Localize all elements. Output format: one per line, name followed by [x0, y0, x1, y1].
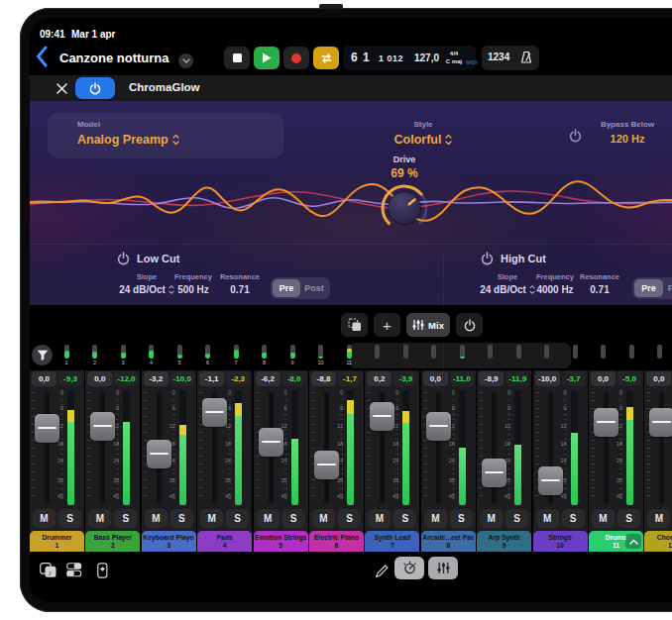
low-cut-post-button[interactable]: Post — [300, 279, 328, 297]
mute-button[interactable]: M — [33, 509, 56, 528]
solo-button[interactable]: S — [282, 509, 305, 528]
mute-button[interactable]: M — [200, 509, 223, 528]
fader-handle[interactable] — [147, 440, 171, 468]
browser-button[interactable] — [66, 563, 82, 577]
mute-button[interactable]: M — [647, 509, 670, 528]
mixer-view-button[interactable] — [428, 557, 458, 579]
loop-browser-button[interactable]: ♪ — [40, 563, 57, 578]
overview-meter-13[interactable] — [403, 345, 408, 359]
overview-meter-1[interactable] — [64, 345, 69, 359]
pan-value[interactable]: 0,2 — [367, 371, 392, 386]
pan-value[interactable]: 0,0 — [591, 371, 616, 386]
filter-button[interactable] — [32, 345, 53, 365]
overview-meter-19[interactable] — [573, 345, 578, 359]
track-name-band[interactable]: Emotion Strings5 — [254, 531, 308, 552]
high-cut-pre-button[interactable]: Pre — [634, 279, 663, 297]
fader-handle[interactable] — [90, 412, 115, 441]
volume-value[interactable]: -9,3 — [58, 371, 82, 386]
fader-handle[interactable] — [259, 428, 283, 457]
solo-button[interactable]: S — [393, 509, 416, 528]
mute-button[interactable]: M — [257, 509, 280, 528]
low-cut-power-icon[interactable] — [117, 252, 130, 265]
record-button[interactable] — [283, 47, 309, 69]
model-selector[interactable]: Model Analog Preamp — [48, 113, 283, 158]
overview-meter-9[interactable] — [290, 345, 295, 359]
mute-button[interactable]: M — [592, 509, 615, 528]
overview-meter-6[interactable] — [205, 345, 210, 359]
overview-meter-12[interactable] — [375, 345, 380, 359]
track-name-band[interactable]: Strings10 — [533, 531, 588, 552]
solo-button[interactable]: S — [226, 509, 249, 528]
solo-button[interactable]: S — [58, 509, 81, 528]
solo-button[interactable]: S — [505, 509, 528, 528]
plugin-power-button[interactable] — [75, 77, 115, 99]
pan-value[interactable]: 0,0 — [423, 371, 448, 386]
pan-value[interactable]: -10,0 — [535, 371, 560, 386]
overview-meter-21[interactable] — [629, 345, 634, 359]
volume-value[interactable]: -12,0 — [114, 371, 138, 386]
track-name-band[interactable]: Pads4 — [197, 531, 252, 552]
track-name-band[interactable]: Synth Lead7 — [365, 531, 419, 552]
metronome-button[interactable] — [518, 50, 534, 65]
volume-value[interactable]: -2,3 — [226, 371, 250, 386]
overview-meter-18[interactable] — [544, 345, 549, 359]
overview-meter-20[interactable] — [601, 345, 606, 359]
fader-handle[interactable] — [594, 408, 618, 437]
low-cut-pre-button[interactable]: Pre — [273, 279, 300, 297]
play-button[interactable] — [254, 47, 280, 69]
track-name-band[interactable]: Drums11 — [589, 531, 643, 552]
track-name-band[interactable]: Bass Player2 — [85, 531, 140, 552]
track-name-band[interactable]: Arcade...eet Pad8 — [421, 531, 476, 552]
count-in-button[interactable]: 1234 — [488, 52, 509, 62]
mute-button[interactable]: M — [145, 509, 168, 528]
bypass-below-value[interactable]: 120 Hz — [593, 133, 662, 145]
pan-value[interactable]: -6,2 — [256, 371, 280, 386]
fader-handle[interactable] — [482, 459, 506, 487]
volume-value[interactable]: -1,7 — [338, 371, 362, 386]
style-selector[interactable]: Colorful — [379, 133, 468, 147]
mixer-overview-strip[interactable]: 1234567891011 — [30, 343, 672, 369]
high-cut-post-button[interactable]: Post — [663, 279, 672, 297]
track-name-band[interactable]: Chorus V12 — [644, 531, 672, 552]
solo-button[interactable]: S — [170, 509, 193, 528]
overview-meter-4[interactable] — [149, 345, 154, 359]
track-name-band[interactable]: Drummer1 — [30, 531, 84, 552]
pan-value[interactable]: 0,0 — [32, 371, 56, 386]
pan-value[interactable]: -8,8 — [311, 371, 336, 386]
mute-button[interactable]: M — [480, 509, 503, 528]
volume-value[interactable]: -3,7 — [562, 371, 586, 386]
overview-meter-8[interactable] — [262, 345, 267, 359]
volume-value[interactable]: -3,9 — [393, 371, 417, 386]
track-name-band[interactable]: Keyboard Player3 — [142, 531, 196, 552]
fader-handle[interactable] — [649, 408, 672, 437]
fader-handle[interactable] — [426, 412, 451, 441]
volume-value[interactable]: -11,9 — [505, 371, 529, 386]
mute-button[interactable]: M — [312, 509, 335, 528]
overview-meter-16[interactable] — [488, 345, 493, 359]
solo-button[interactable]: S — [338, 509, 361, 528]
volume-value[interactable]: -10,0 — [170, 371, 194, 386]
song-menu-button[interactable] — [178, 53, 193, 68]
mute-button[interactable]: M — [88, 509, 111, 528]
bypass-power-icon[interactable] — [569, 129, 582, 143]
duplicate-button[interactable] — [341, 313, 368, 337]
fader-handle[interactable] — [370, 402, 394, 431]
mute-button[interactable]: M — [368, 509, 391, 528]
drive-knob[interactable] — [379, 182, 430, 234]
overview-meter-17[interactable] — [516, 345, 521, 359]
solo-button[interactable]: S — [114, 509, 137, 528]
high-cut-resonance-value[interactable]: 0.71 — [570, 284, 629, 295]
overview-meter-3[interactable] — [121, 345, 126, 359]
overview-meter-22[interactable] — [657, 345, 662, 359]
overview-meter-14[interactable] — [431, 345, 436, 359]
lcd-display[interactable]: 6 1 1 012 127,0 4/4 C maj MIDI — [343, 46, 476, 70]
solo-button[interactable]: S — [450, 509, 473, 528]
add-plugin-button[interactable]: + — [374, 313, 400, 337]
fader-handle[interactable] — [202, 398, 227, 427]
mute-button[interactable]: M — [536, 509, 559, 528]
solo-button[interactable]: S — [617, 509, 640, 528]
pan-value[interactable]: 0,0 — [646, 371, 671, 386]
overview-meter-5[interactable] — [177, 345, 182, 359]
track-name-band[interactable]: Arp Synth9 — [477, 531, 531, 552]
overview-meter-10[interactable] — [318, 345, 323, 359]
